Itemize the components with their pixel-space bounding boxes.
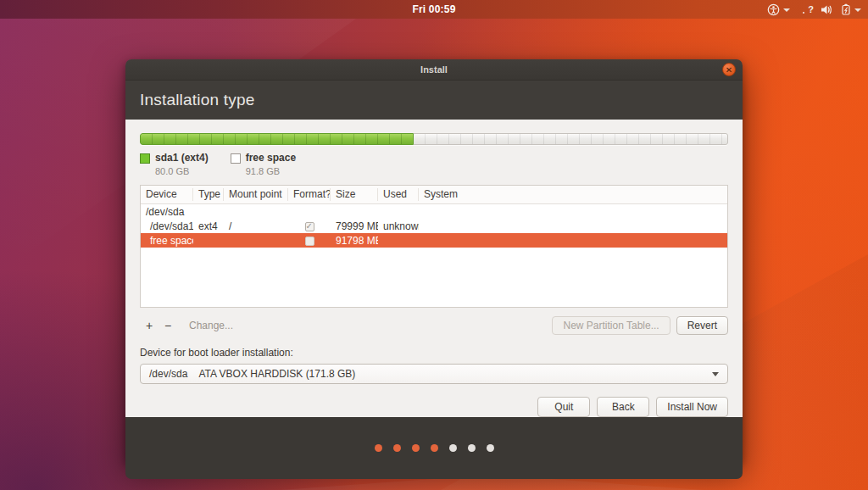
- partition-cell: unknown: [378, 220, 419, 232]
- format-checkbox[interactable]: [305, 237, 314, 246]
- clock-menu[interactable]: Fri 00:59: [412, 3, 455, 15]
- top-menu-bar: Fri 00:59 ?: [0, 0, 868, 19]
- legend-item-free-space: free space 91.8 GB: [231, 153, 296, 176]
- column-header[interactable]: System: [419, 188, 727, 201]
- free-space-color-swatch: [231, 153, 241, 164]
- legend-label: sda1 (ext4): [155, 153, 209, 164]
- add-partition-button[interactable]: +: [140, 317, 159, 334]
- partition-cell: free space: [141, 235, 193, 247]
- page-title: Installation type: [140, 91, 254, 109]
- partition-cell: /: [224, 220, 288, 232]
- chevron-down-icon: [783, 8, 790, 12]
- install-now-button[interactable]: Install Now: [656, 397, 728, 417]
- progress-dot-pending: [449, 444, 457, 452]
- legend-item-sda1: sda1 (ext4) 80.0 GB: [140, 153, 209, 176]
- change-button[interactable]: Change...: [189, 320, 233, 331]
- system-tray[interactable]: ?: [767, 0, 861, 19]
- network-question-icon: ?: [808, 5, 814, 14]
- bootloader-device-select[interactable]: /dev/sda ATA VBOX HARDDISK (171.8 GB): [140, 364, 728, 384]
- partition-table[interactable]: Device Type Mount point Format? Size Use…: [140, 185, 728, 308]
- titlebar[interactable]: Install ✕: [125, 59, 743, 81]
- volume-icon: [821, 4, 833, 15]
- accessibility-icon: [767, 3, 780, 16]
- partition-toolbar: + − Change... New Partition Table... Rev…: [140, 315, 728, 336]
- legend-label: free space: [246, 153, 296, 164]
- bootloader-device-description: ATA VBOX HARDDISK (171.8 GB): [198, 368, 355, 380]
- bootloader-device: /dev/sda: [149, 368, 187, 380]
- partition-size-bar: [140, 133, 728, 145]
- partition-cell: 91798 MB: [331, 235, 378, 247]
- remove-partition-button[interactable]: −: [159, 317, 177, 334]
- sda1-color-swatch: [140, 153, 150, 164]
- progress-dot-pending: [468, 444, 476, 452]
- column-header[interactable]: Format?: [288, 188, 331, 201]
- partition-table-header: Device Type Mount point Format? Size Use…: [141, 186, 727, 204]
- back-button[interactable]: Back: [597, 397, 649, 417]
- accessibility-menu[interactable]: [767, 3, 790, 16]
- navigation-buttons: Quit Back Install Now: [140, 397, 728, 417]
- partition-cell: ext4: [193, 220, 224, 232]
- chevron-down-icon: [854, 8, 861, 12]
- window-title: Install: [420, 64, 448, 75]
- column-header[interactable]: Size: [331, 188, 378, 201]
- network-dot: [803, 12, 804, 14]
- column-header[interactable]: Type: [193, 188, 224, 201]
- partition-cell: [288, 235, 331, 247]
- column-header[interactable]: Device: [141, 188, 193, 201]
- partition-row[interactable]: /dev/sda: [141, 204, 727, 219]
- quit-button[interactable]: Quit: [537, 397, 590, 417]
- partition-cell: 79999 MB: [331, 220, 378, 232]
- legend-size: 91.8 GB: [246, 166, 296, 176]
- partition-row[interactable]: free space91798 MB: [141, 233, 727, 248]
- progress-dot-pending: [487, 444, 494, 452]
- chevron-down-icon: [712, 372, 719, 376]
- bootloader-label: Device for boot loader installation:: [140, 347, 728, 359]
- close-button[interactable]: ✕: [722, 63, 736, 76]
- format-checkbox[interactable]: [305, 222, 314, 231]
- revert-button[interactable]: Revert: [676, 316, 728, 335]
- partition-bar-segment-sda1: [140, 133, 414, 145]
- partition-cell: /dev/sda1: [141, 220, 193, 232]
- progress-dot-complete: [412, 444, 420, 452]
- partition-cell: /dev/sda: [141, 206, 193, 218]
- new-partition-table-button[interactable]: New Partition Table...: [552, 316, 670, 335]
- column-header[interactable]: Used: [378, 188, 419, 201]
- partition-cell: [288, 220, 331, 232]
- desktop-background: Fri 00:59 ?: [0, 0, 868, 490]
- partition-table-body: /dev/sda/dev/sda1ext4/79999 MBunknownfre…: [141, 204, 727, 248]
- progress-dot-complete: [375, 444, 382, 452]
- progress-dot-complete: [431, 444, 438, 452]
- partition-legend: sda1 (ext4) 80.0 GB free space 91.8 GB: [140, 153, 728, 176]
- progress-footer: [125, 417, 743, 479]
- column-header[interactable]: Mount point: [224, 188, 288, 201]
- page-header: Installation type: [125, 81, 743, 120]
- progress-dot-complete: [393, 444, 401, 452]
- legend-size: 80.0 GB: [155, 166, 209, 176]
- partition-row[interactable]: /dev/sda1ext4/79999 MBunknown: [141, 219, 727, 233]
- progress-dots: [375, 444, 494, 452]
- system-status-menu[interactable]: ?: [803, 3, 861, 15]
- installer-window: Install ✕ Installation type sda1 (ext4) …: [125, 59, 743, 465]
- partition-bar-segment-free: [414, 133, 728, 145]
- battery-icon: [841, 3, 851, 15]
- installer-content: sda1 (ext4) 80.0 GB free space 91.8 GB D…: [125, 120, 743, 417]
